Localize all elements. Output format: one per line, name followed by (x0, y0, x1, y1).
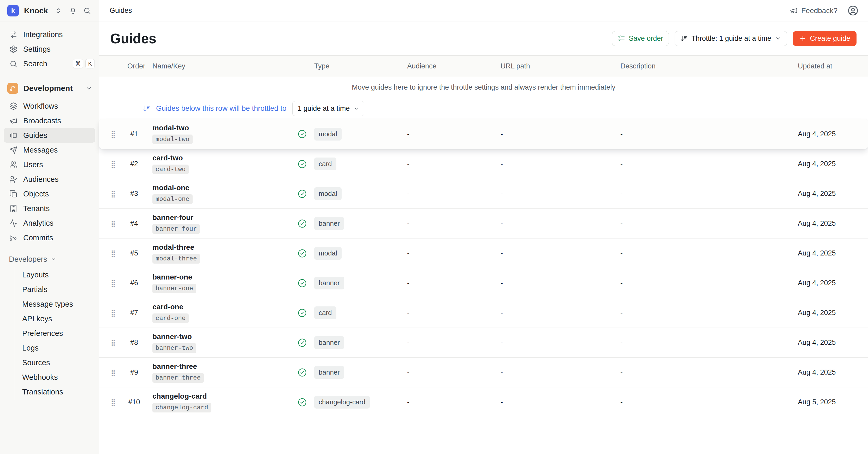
table-row[interactable]: ⣿#9banner-threebanner-threebanner---Aug … (99, 357, 868, 387)
sidebar-item-translations[interactable]: Translations (14, 385, 99, 399)
notifications-bell-icon[interactable] (69, 6, 77, 15)
sidebar-item-layouts[interactable]: Layouts (14, 267, 99, 282)
updated-at-value: Aug 4, 2025 (798, 249, 857, 257)
drag-handle-icon[interactable]: ⣿ (111, 191, 119, 197)
row-order: #10 (127, 398, 152, 406)
account-menu-icon[interactable] (847, 5, 859, 16)
audience-value: - (407, 368, 500, 376)
sidebar-item-objects[interactable]: Objects (0, 187, 99, 201)
create-guide-button[interactable]: Create guide (793, 31, 857, 46)
table-row[interactable]: ⣿#6banner-onebanner-onebanner---Aug 4, 2… (99, 268, 868, 298)
environment-switcher[interactable]: Development (0, 81, 99, 96)
guide-type-badge: banner (314, 366, 344, 379)
description-value: - (620, 220, 798, 228)
sidebar-item-label: Messages (23, 146, 58, 154)
guide-key-badge: card-one (152, 313, 189, 323)
developers-section-toggle[interactable]: Developers (0, 252, 99, 266)
drag-handle-icon[interactable]: ⣿ (111, 250, 119, 257)
audience-value: - (407, 160, 500, 168)
workspace-select-icon[interactable] (54, 7, 62, 15)
sidebar-item-guides[interactable]: Guides (4, 128, 95, 143)
url-path-value: - (500, 368, 620, 376)
sidebar-item-webhooks[interactable]: Webhooks (14, 370, 99, 385)
guide-type-badge: banner (314, 277, 344, 289)
feedback-button[interactable]: Feedback? (790, 6, 837, 15)
sidebar-item-search[interactable]: Search⌘K (0, 56, 99, 71)
feedback-label: Feedback? (801, 6, 837, 15)
sidebar-item-integrations[interactable]: Integrations (0, 27, 99, 42)
guide-type-cell: modal (298, 247, 407, 260)
guide-type-cell: changelog-card (298, 396, 407, 408)
sidebar-item-preferences[interactable]: Preferences (14, 326, 99, 341)
sidebar-item-analytics[interactable]: Analytics (0, 216, 99, 230)
sidebar-item-label: Analytics (23, 219, 54, 228)
ignore-throttle-dropzone[interactable]: Move guides here to ignore the throttle … (99, 77, 868, 98)
sidebar-item-users[interactable]: Users (0, 157, 99, 172)
throttle-value-select[interactable]: 1 guide at a time (292, 101, 365, 116)
sidebar-item-api-keys[interactable]: API keys (14, 311, 99, 326)
description-value: - (620, 249, 798, 257)
description-value: - (620, 279, 798, 287)
drag-handle-icon[interactable]: ⣿ (111, 399, 119, 406)
guide-name: changelog-card (152, 392, 298, 400)
drag-handle-icon[interactable]: ⣿ (111, 280, 119, 287)
throttle-divider-link[interactable]: Guides below this row will be throttled … (156, 104, 286, 113)
guide-type-badge: banner (314, 217, 344, 230)
drag-handle-icon[interactable]: ⣿ (111, 131, 119, 137)
drag-handle-icon[interactable]: ⣿ (111, 310, 119, 316)
guide-key-wrap: changelog-card (152, 400, 298, 413)
check-circle-icon (298, 129, 307, 139)
drag-handle-icon[interactable]: ⣿ (111, 339, 119, 346)
column-header-name-key: Name/Key (152, 62, 298, 70)
save-order-button[interactable]: Save order (612, 31, 669, 46)
breadcrumb: Guides (110, 6, 132, 15)
url-path-value: - (500, 249, 620, 257)
drag-handle-icon[interactable]: ⣿ (111, 220, 119, 227)
guide-name: modal-one (152, 183, 298, 192)
sidebar-item-workflows[interactable]: Workflows (0, 99, 99, 113)
sidebar-item-commits[interactable]: Commits (0, 230, 99, 245)
chevron-down-icon (353, 106, 359, 112)
analytics-icon (9, 219, 18, 227)
guide-key-wrap: card-two (152, 162, 298, 174)
sort-descending-icon (680, 35, 688, 42)
environment-name: Development (24, 84, 80, 93)
drag-handle-icon[interactable]: ⣿ (111, 161, 119, 167)
sidebar-item-partials[interactable]: Partials (14, 282, 99, 297)
check-circle-icon (298, 219, 307, 228)
sidebar-item-sources[interactable]: Sources (14, 355, 99, 370)
sidebar-item-label: Tenants (23, 204, 50, 213)
sidebar-item-message-types[interactable]: Message types (14, 297, 99, 311)
updated-at-value: Aug 5, 2025 (798, 398, 857, 406)
integrations-icon (9, 31, 18, 39)
table-row[interactable]: ⣿#8banner-twobanner-twobanner---Aug 4, 2… (99, 328, 868, 357)
table-row[interactable]: ⣿#4banner-fourbanner-fourbanner---Aug 4,… (99, 208, 868, 238)
table-row[interactable]: ⣿#10changelog-cardchangelog-cardchangelo… (99, 387, 868, 417)
table-row[interactable]: ⣿#5modal-threemodal-threemodal---Aug 4, … (99, 238, 868, 268)
sidebar-item-broadcasts[interactable]: Broadcasts (0, 113, 99, 128)
column-header-order: Order (127, 62, 152, 70)
guide-name: modal-three (152, 243, 298, 252)
throttle-dropdown-button[interactable]: Throttle: 1 guide at a time (675, 31, 787, 46)
table-row[interactable]: ⣿#3modal-onemodal-onemodal---Aug 4, 2025 (99, 179, 868, 208)
sidebar-item-tenants[interactable]: Tenants (0, 201, 99, 216)
guide-type-badge: modal (314, 247, 342, 260)
description-value: - (620, 130, 798, 138)
audiences-icon (9, 175, 18, 183)
guides-table: Order Name/Key Type Audience URL path De… (99, 55, 868, 417)
sidebar-item-messages[interactable]: Messages (0, 143, 99, 157)
sidebar-item-logs[interactable]: Logs (14, 341, 99, 355)
drag-handle-icon[interactable]: ⣿ (111, 369, 119, 376)
table-row[interactable]: ⣿#1modal-twomodal-twomodal---Aug 4, 2025 (99, 119, 868, 149)
workspace-name: Knock (24, 6, 54, 15)
sidebar-item-settings[interactable]: Settings (0, 42, 99, 56)
workspace-switcher[interactable]: k Knock (0, 0, 99, 22)
row-order: #7 (127, 309, 152, 317)
page-title: Guides (110, 31, 156, 47)
table-row[interactable]: ⣿#7card-onecard-onecard---Aug 4, 2025 (99, 298, 868, 328)
sidebar-item-audiences[interactable]: Audiences (0, 172, 99, 187)
guide-key-wrap: banner-three (152, 371, 298, 383)
table-row[interactable]: ⣿#2card-twocard-twocard---Aug 4, 2025 (99, 149, 868, 179)
url-path-value: - (500, 279, 620, 287)
sidebar-search-icon[interactable] (83, 7, 91, 15)
